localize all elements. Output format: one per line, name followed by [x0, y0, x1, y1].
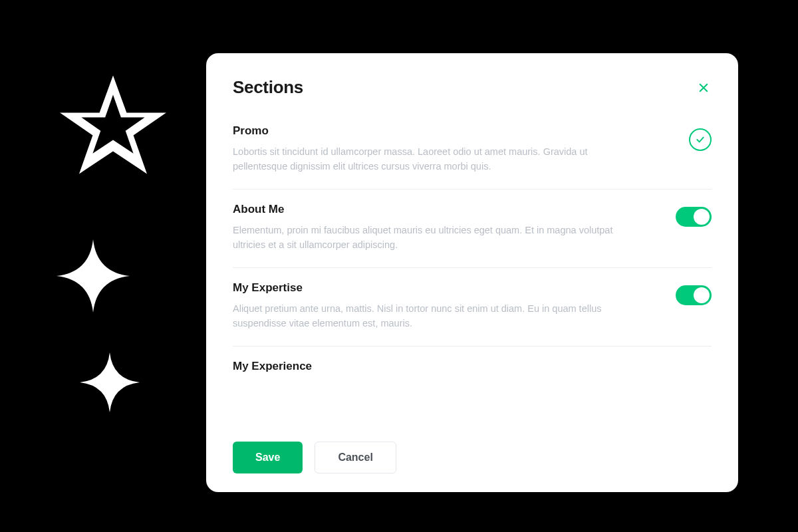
section-title: My Experience — [233, 360, 712, 373]
section-row-my-experience: My Experience — [233, 346, 712, 380]
modal-footer: Save Cancel — [233, 427, 712, 473]
section-control — [676, 285, 712, 305]
close-button[interactable] — [696, 80, 712, 96]
section-description: Aliquet pretium ante urna, mattis. Nisl … — [233, 301, 618, 331]
section-body: My Experience — [233, 360, 712, 380]
star-decoration-icon — [57, 70, 170, 183]
section-body: Promo Lobortis sit tincidunt id ullamcor… — [233, 124, 673, 174]
sparkle-decoration-icon — [80, 352, 140, 412]
sections-list: Promo Lobortis sit tincidunt id ullamcor… — [233, 124, 712, 427]
save-button[interactable]: Save — [233, 442, 303, 473]
modal-title: Sections — [233, 77, 303, 98]
section-title: My Expertise — [233, 281, 660, 295]
toggle-switch[interactable] — [676, 207, 712, 227]
cancel-button[interactable]: Cancel — [315, 442, 396, 473]
section-row-my-expertise: My Expertise Aliquet pretium ante urna, … — [233, 268, 712, 346]
toggle-knob — [694, 287, 710, 303]
toggle-knob — [694, 209, 710, 225]
section-title: Promo — [233, 124, 673, 138]
toggle-switch[interactable] — [676, 285, 712, 305]
section-body: My Expertise Aliquet pretium ante urna, … — [233, 281, 660, 331]
section-control — [676, 207, 712, 227]
section-control — [689, 128, 712, 151]
check-circle-button[interactable] — [689, 128, 712, 151]
section-row-about-me: About Me Elementum, proin mi faucibus al… — [233, 190, 712, 268]
sparkle-decoration-icon — [57, 239, 130, 313]
modal-header: Sections — [233, 77, 712, 98]
section-row-promo: Promo Lobortis sit tincidunt id ullamcor… — [233, 124, 712, 190]
section-description: Lobortis sit tincidunt id ullamcorper ma… — [233, 144, 618, 174]
close-icon — [697, 81, 710, 94]
check-icon — [695, 134, 706, 145]
section-title: About Me — [233, 203, 660, 216]
section-body: About Me Elementum, proin mi faucibus al… — [233, 203, 660, 253]
section-description: Elementum, proin mi faucibus aliquet mau… — [233, 223, 618, 253]
sections-modal: Sections Promo Lobortis sit tincidunt id… — [206, 53, 738, 492]
